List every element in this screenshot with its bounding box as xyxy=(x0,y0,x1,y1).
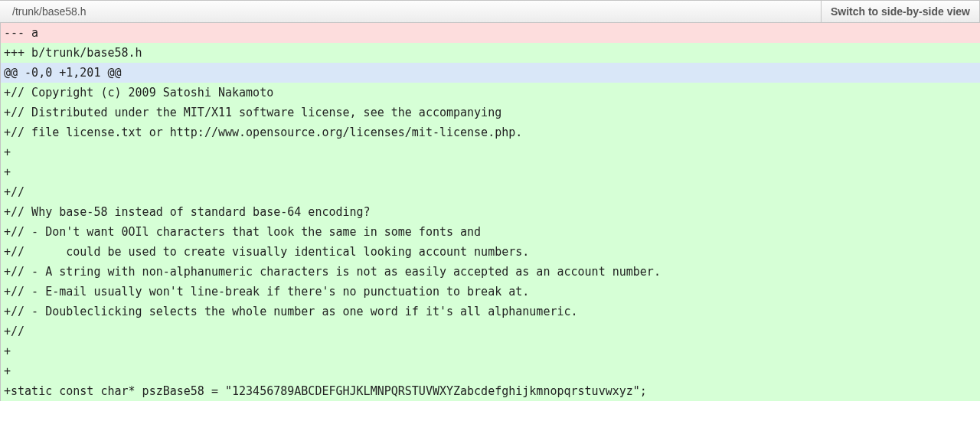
file-path: /trunk/base58.h xyxy=(0,1,822,22)
diff-line: +// - A string with non-alphanumeric cha… xyxy=(1,262,980,282)
diff-line: +// xyxy=(1,321,980,341)
switch-view-button[interactable]: Switch to side-by-side view xyxy=(822,1,979,22)
diff-line: +// Distributed under the MIT/X11 softwa… xyxy=(1,103,980,122)
diff-line: + xyxy=(1,162,980,182)
diff-header-bar: /trunk/base58.h Switch to side-by-side v… xyxy=(0,0,980,23)
diff-line: +++ b/trunk/base58.h xyxy=(1,43,980,63)
diff-line: + xyxy=(1,142,980,162)
diff-line: +// file license.txt or http://www.opens… xyxy=(1,122,980,142)
diff-line: +// could be used to create visually ide… xyxy=(1,242,980,262)
diff-line: + xyxy=(1,361,980,381)
diff-line: +// - Don't want 0OIl characters that lo… xyxy=(1,222,980,242)
diff-line: + xyxy=(1,341,980,361)
diff-line: --- a xyxy=(1,23,980,43)
diff-line: +// xyxy=(1,182,980,202)
diff-line: @@ -0,0 +1,201 @@ xyxy=(1,63,980,83)
diff-viewer: --- a+++ b/trunk/base58.h@@ -0,0 +1,201 … xyxy=(0,23,980,401)
diff-line: +// Why base-58 instead of standard base… xyxy=(1,202,980,222)
diff-line: +// - E-mail usually won't line-break if… xyxy=(1,282,980,302)
diff-line: +static const char* pszBase58 = "1234567… xyxy=(1,381,980,401)
diff-line: +// Copyright (c) 2009 Satoshi Nakamoto xyxy=(1,83,980,103)
diff-line: +// - Doubleclicking selects the whole n… xyxy=(1,302,980,321)
